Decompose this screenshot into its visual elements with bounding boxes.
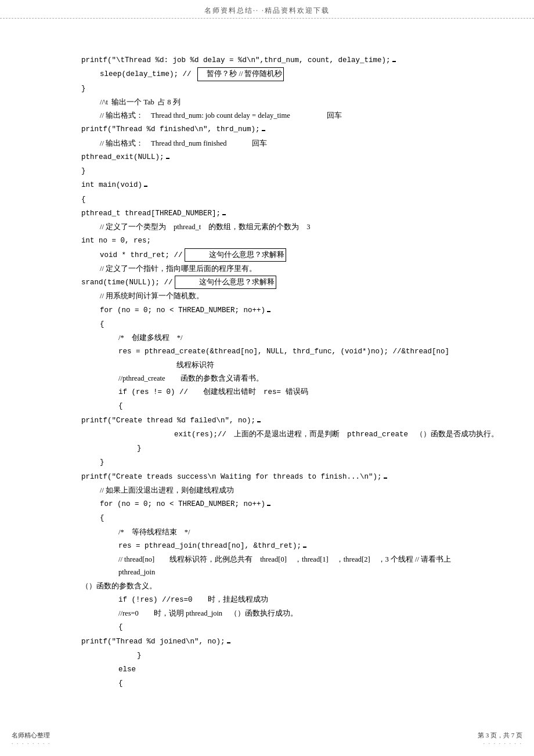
- code-text: printf("Create treads success\n Waiting …: [81, 473, 382, 481]
- code-text: }: [81, 85, 86, 93]
- code-text: int no = 0, res;: [81, 237, 151, 245]
- footer-left-label: 名师精心整理: [12, 732, 50, 739]
- box-indicator: [227, 642, 230, 643]
- code-text: printf("\tThread %d: job %d delay = %d\n…: [81, 56, 391, 64]
- code-block: }: [81, 82, 464, 95]
- footer-left: 名师精心整理 · · · · · · · ·: [12, 731, 51, 747]
- comment-text: // 用系统时间计算一个随机数。: [100, 292, 204, 300]
- comment-box: 这句什么意思？求解释: [175, 276, 276, 289]
- box-indicator: [262, 130, 265, 131]
- code-text: res = pthread_join(thread[no], &thrd_ret…: [118, 542, 301, 550]
- box-indicator: [267, 505, 270, 506]
- page-content: printf("\tThread %d: job %d delay = %d\n…: [0, 19, 534, 726]
- comment-text2: 线程标识符: [176, 361, 214, 369]
- code-text: if (res != 0) // 创建线程出错时 res= 错误码: [118, 388, 308, 396]
- code-block: // 定义了一个指针，指向哪里后面的程序里有。: [81, 262, 464, 275]
- code-block: printf("Create treads success\n Waiting …: [81, 470, 464, 483]
- code-block: pthread_t thread[THREAD_NUMBER];: [81, 207, 464, 220]
- header-text: 名师资料总结·· ·精品资料欢迎下载: [204, 6, 330, 15]
- code-text: {: [100, 514, 104, 522]
- box-indicator: [257, 421, 261, 422]
- code-block: （）函数的参数含义。: [81, 580, 464, 592]
- code-text: }: [137, 652, 142, 660]
- code-block: res = pthread_join(thread[no], &thrd_ret…: [81, 539, 464, 552]
- code-block: if (!res) //res=0 时，挂起线程成功: [81, 593, 464, 606]
- footer-right-dots: · · · · · · · ·: [484, 740, 523, 747]
- code-block: }: [81, 442, 464, 455]
- code-block: {: [81, 677, 464, 690]
- comment-text: // 输出格式： Thread thrd_num: job count dela…: [100, 111, 290, 120]
- code-block: }: [81, 164, 464, 178]
- code-block: for (no = 0; no < THREAD_NUMBER; no++): [81, 303, 464, 317]
- code-block: {: [81, 511, 464, 525]
- comment-text: // 定义了一个指针，指向哪里后面的程序里有。: [100, 265, 257, 273]
- comment-text: // 输出格式： Thread thrd_num finished: [100, 139, 227, 147]
- box-indicator: [222, 214, 226, 215]
- code-block: {: [81, 317, 464, 331]
- code-text: {: [118, 623, 123, 631]
- comment-text: //pthread_create 函数的参数含义请看书。: [118, 374, 264, 382]
- code-block: /* 等待线程结束 */: [81, 526, 464, 538]
- code-block: printf("Create thread %d failed\n", no);: [81, 414, 464, 427]
- code-block: int main(void): [81, 178, 464, 191]
- code-block: int no = 0, res;: [81, 234, 464, 247]
- comment-text: /* 等待线程结束 */: [118, 528, 190, 536]
- code-text: }: [81, 167, 86, 175]
- code-text: pthread_exit(NULL);: [81, 153, 164, 161]
- code-block: srand(time(NULL)); // 这句什么意思？求解释: [81, 276, 464, 289]
- code-block: pthread_exit(NULL);: [81, 150, 464, 164]
- code-block: printf("Thread %d finished\n", thrd_num)…: [81, 122, 464, 136]
- code-block: exit(res);// 上面的不是退出进程，而是判断 pthread_crea…: [81, 428, 464, 441]
- code-block: {: [81, 193, 464, 206]
- code-block: //res=0 时，说明 pthread_join （）函数执行成功。: [81, 607, 464, 620]
- code-text: {: [81, 196, 86, 204]
- comment-box: 这句什么意思？求解释: [185, 248, 286, 262]
- code-block: }: [81, 649, 464, 662]
- code-text: {: [118, 679, 123, 688]
- code-block: }: [81, 455, 464, 469]
- code-block: // 如果上面没退出进程，则创建线程成功: [81, 484, 464, 497]
- comment-text: // 如果上面没退出进程，则创建线程成功: [100, 486, 234, 494]
- code-block: for (no = 0; no < THREAD_NUMBER; no++): [81, 497, 464, 511]
- code-block: sleep(delay_time); // 暂停？秒 // 暂停随机秒: [81, 67, 464, 81]
- box-indicator: [144, 186, 147, 187]
- comment-box: 暂停？秒 // 暂停随机秒: [197, 67, 284, 81]
- comment-text: /* 创建多线程 */: [118, 334, 182, 342]
- code-text: {: [118, 402, 123, 410]
- page-footer: 名师精心整理 · · · · · · · · 第 3 页，共 7 页 · · ·…: [0, 731, 534, 747]
- page-header: 名师资料总结·· ·精品资料欢迎下载: [0, 0, 534, 19]
- code-block: else: [81, 663, 464, 676]
- code-block: if (res != 0) // 创建线程出错时 res= 错误码: [81, 385, 464, 399]
- code-block: {: [81, 399, 464, 413]
- code-block: //pthread_create 函数的参数含义请看书。: [81, 372, 464, 385]
- code-text: printf("Thread %d finished\n", thrd_num)…: [81, 125, 260, 133]
- comment-text: （）函数的参数含义。: [81, 582, 157, 590]
- box-indicator: [392, 61, 396, 62]
- comment-text2: 回车: [327, 111, 342, 120]
- code-block: void * thrd_ret; // 这句什么意思？求解释: [81, 248, 464, 262]
- code-text: exit(res);// 上面的不是退出进程，而是判断 pthread_crea…: [174, 431, 499, 439]
- code-text: else: [118, 665, 136, 674]
- footer-left-dots: · · · · · · · ·: [12, 740, 51, 747]
- box-indicator: [384, 478, 387, 479]
- code-text: printf("Create thread %d failed\n", no);: [81, 417, 255, 425]
- code-block: res = pthread_create(&thread[no], NULL, …: [81, 345, 464, 371]
- code-text: void * thrd_ret; //: [100, 251, 183, 259]
- code-text: for (no = 0; no < THREAD_NUMBER; no++): [100, 306, 265, 314]
- comment-text: // 定义了一个类型为 pthread_t 的数组，数组元素的个数为 3: [100, 223, 311, 231]
- code-text: printf("Thread %d joined\n", no);: [81, 638, 225, 646]
- code-text: res = pthread_create(&thread[no], NULL, …: [118, 348, 449, 356]
- code-block: printf("\tThread %d: job %d delay = %d\n…: [81, 53, 464, 67]
- box-indicator: [267, 311, 270, 312]
- code-text: pthread_t thread[THREAD_NUMBER];: [81, 209, 221, 218]
- code-text: }: [100, 458, 104, 466]
- code-text: sleep(delay_time); //: [100, 70, 196, 78]
- footer-right-label: 第 3 页，共 7 页: [478, 732, 522, 739]
- code-text: int main(void): [81, 181, 142, 189]
- box-indicator: [166, 158, 169, 159]
- code-block: // 用系统时间计算一个随机数。: [81, 290, 464, 302]
- comment-text: // thread[no] 线程标识符，此例总共有 thread[0] ，thr…: [118, 555, 451, 576]
- code-text: }: [137, 444, 142, 453]
- code-text: for (no = 0; no < THREAD_NUMBER; no++): [100, 500, 265, 508]
- code-block: /* 创建多线程 */: [81, 331, 464, 344]
